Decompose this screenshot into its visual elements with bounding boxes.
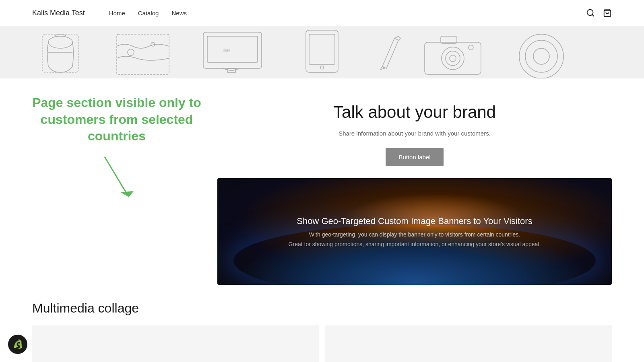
svg-point-15 — [320, 66, 324, 69]
svg-marker-26 — [121, 191, 134, 197]
annotation-arrow — [93, 153, 141, 205]
annotation-text: Page section visible only to customers f… — [32, 95, 201, 145]
svg-rect-6 — [117, 34, 169, 74]
svg-point-22 — [519, 34, 564, 78]
svg-point-0 — [587, 10, 593, 16]
svg-point-24 — [533, 48, 549, 64]
brand-section: Talk about your brand Share information … — [333, 95, 496, 166]
shopify-badge[interactable] — [8, 335, 27, 354]
site-logo[interactable]: Kalis Media Test — [32, 9, 85, 17]
svg-rect-5 — [42, 34, 78, 72]
site-header: Kalis Media Test Home Catalog News — [0, 0, 644, 26]
main-nav: Home Catalog News — [109, 10, 586, 16]
geo-banner-title: Show Geo-Targeted Custom Image Banners t… — [289, 216, 541, 226]
svg-rect-9 — [203, 32, 262, 68]
svg-point-19 — [450, 55, 456, 62]
svg-line-1 — [592, 14, 594, 16]
svg-point-18 — [446, 51, 460, 66]
svg-point-23 — [525, 40, 557, 72]
hero-strip-svg: ⌨ — [0, 26, 644, 78]
nav-catalog[interactable]: Catalog — [138, 10, 159, 16]
svg-line-25 — [105, 157, 129, 197]
multimedia-section: Multimedia collage — [0, 285, 644, 362]
cart-icon — [603, 8, 612, 17]
shopify-icon — [12, 339, 23, 350]
brand-subtitle: Share information about your brand with … — [339, 130, 491, 137]
geo-banner-subtitle2: Great for showing promotions, sharing im… — [289, 241, 541, 247]
geo-banner-subtitle1: With geo-targeting, you can display the … — [289, 231, 541, 238]
geo-banner-content: Show Geo-Targeted Custom Image Banners t… — [256, 216, 573, 247]
two-col-layout: Page section visible only to customers f… — [32, 95, 612, 285]
arrow-container — [32, 153, 201, 205]
svg-point-7 — [128, 49, 134, 56]
nav-news[interactable]: News — [171, 10, 187, 16]
multimedia-title: Multimedia collage — [32, 301, 612, 316]
brand-title: Talk about your brand — [333, 103, 496, 122]
multimedia-card-1 — [32, 325, 319, 362]
search-icon — [586, 8, 595, 17]
hero-strip: ⌨ — [0, 26, 644, 78]
svg-point-17 — [442, 47, 464, 70]
brand-button[interactable]: Button label — [386, 148, 443, 166]
geo-banner: Show Geo-Targeted Custom Image Banners t… — [217, 178, 612, 285]
multimedia-card-2 — [325, 325, 612, 362]
multimedia-grid — [32, 325, 612, 362]
svg-point-21 — [469, 45, 473, 50]
svg-rect-14 — [309, 34, 335, 64]
annotation-column: Page section visible only to customers f… — [32, 95, 201, 205]
svg-rect-10 — [207, 36, 258, 62]
nav-home[interactable]: Home — [109, 10, 125, 16]
svg-point-3 — [48, 36, 72, 48]
search-button[interactable] — [586, 8, 595, 17]
header-icons — [586, 8, 612, 17]
cart-button[interactable] — [603, 8, 612, 17]
main-content: Page section visible only to customers f… — [0, 78, 644, 285]
svg-text:⌨: ⌨ — [223, 48, 230, 53]
